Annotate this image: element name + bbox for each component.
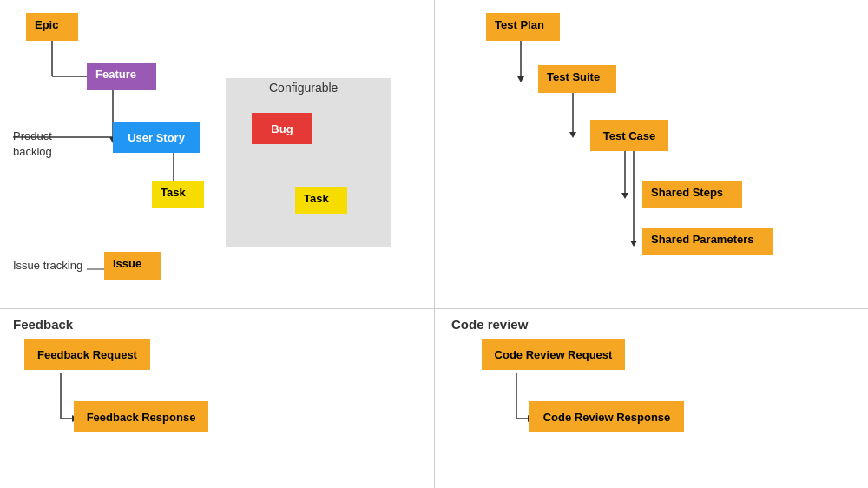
feedback-section-label: Feedback xyxy=(13,317,73,332)
feature-box: Feature xyxy=(87,63,156,90)
code-review-response-box: Code Review Response xyxy=(529,401,684,432)
vertical-divider xyxy=(434,0,435,488)
svg-marker-19 xyxy=(630,241,637,247)
svg-marker-15 xyxy=(569,132,576,138)
user-story-box: User Story xyxy=(113,122,200,153)
task-config-box: Task xyxy=(295,187,347,214)
configurable-area xyxy=(226,78,391,247)
svg-marker-13 xyxy=(517,76,524,82)
feedback-request-box: Feedback Request xyxy=(24,339,150,370)
shared-steps-box: Shared Steps xyxy=(642,181,742,208)
test-case-box: Test Case xyxy=(590,120,668,151)
svg-marker-17 xyxy=(621,193,628,199)
issue-tracking-label: Issue tracking xyxy=(13,259,82,272)
test-plan-box: Test Plan xyxy=(486,13,560,41)
feedback-response-box: Feedback Response xyxy=(74,401,208,432)
diagram-container: Configurable Epic Feature User Story Tas… xyxy=(0,0,868,488)
task-left-box: Task xyxy=(152,181,204,208)
test-suite-box: Test Suite xyxy=(538,65,616,93)
code-review-section-label: Code review xyxy=(451,317,528,332)
issue-box: Issue xyxy=(104,252,161,280)
shared-parameters-box: Shared Parameters xyxy=(642,228,773,255)
configurable-label: Configurable xyxy=(269,81,338,95)
epic-box: Epic xyxy=(26,13,78,41)
product-backlog-label: Productbacklog xyxy=(13,129,52,160)
code-review-request-box: Code Review Request xyxy=(482,339,625,370)
bug-box: Bug xyxy=(252,113,312,144)
